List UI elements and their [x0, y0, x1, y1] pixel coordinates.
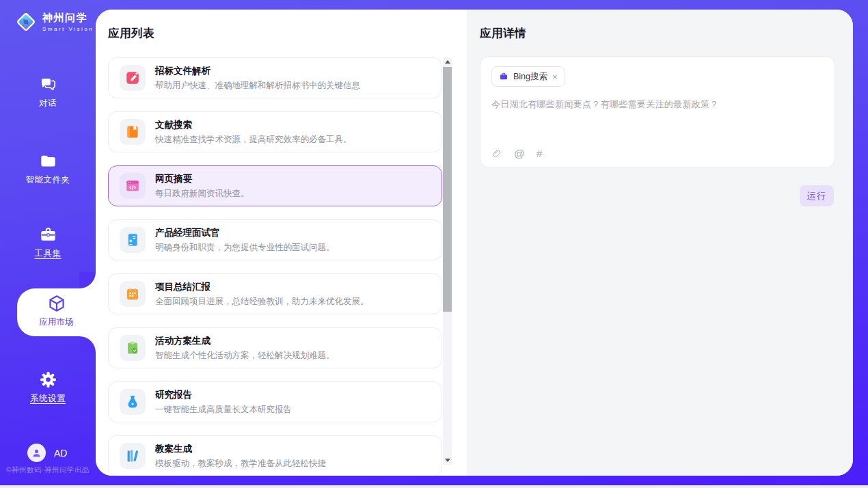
app-card-research-report[interactable]: 研究报告 一键智能生成高质量长文本研究报告	[108, 381, 442, 422]
sidebar-item-label: 智能文件夹	[0, 174, 96, 186]
sidebar-item-label: 系统设置	[0, 393, 96, 405]
user-account[interactable]: AD	[27, 444, 67, 462]
person-icon	[31, 447, 42, 459]
main-content: 应用列表 招标文件解析 帮助用户快速、准确地理解和解析招标书中的关键信息	[96, 10, 853, 476]
app-card-lesson-plan[interactable]: 教案生成 模板驱动，教案秒成，教学准备从此轻松快捷	[108, 435, 442, 476]
prompt-text[interactable]: 今日湖北有哪些新闻要点？有哪些需要关注的最新政策？	[491, 98, 824, 111]
app-card-title: 研究报告	[155, 389, 292, 401]
avatar	[27, 444, 46, 462]
clipboard-check-icon	[120, 335, 146, 361]
sidebar-item-settings[interactable]: 系统设置	[0, 370, 96, 405]
app-card-title: 文献搜索	[155, 119, 352, 131]
toolbox-icon	[39, 226, 57, 244]
gem-logo-icon	[15, 11, 37, 33]
flask-report-icon	[120, 389, 146, 415]
app-card-title: 招标文件解析	[155, 65, 360, 77]
app-card-title: 项目总结汇报	[155, 281, 369, 293]
sidebar-item-label: 应用市场	[17, 316, 96, 328]
tab-notch-top	[79, 272, 96, 288]
app-card-list: 招标文件解析 帮助用户快速、准确地理解和解析招标书中的关键信息 文献搜索 快速精…	[108, 57, 442, 476]
app-card-web-summary[interactable]: 网页摘要 每日政府新闻资讯快查。	[108, 165, 442, 206]
app-card-title: 网页摘要	[155, 173, 249, 185]
scrollbar-thumb[interactable]	[443, 67, 452, 312]
app-card-project-summary[interactable]: 项目总结汇报 全面回顾项目进展，总结经验教训，助力未来优化发展。	[108, 273, 442, 314]
run-button[interactable]: 运行	[800, 185, 834, 206]
app-card-description: 每日政府新闻资讯快查。	[155, 188, 249, 200]
edit-document-icon	[120, 65, 146, 91]
scroll-down-button[interactable]	[443, 456, 452, 465]
close-icon[interactable]: ×	[552, 72, 558, 81]
app-card-description: 智能生成个性化活动方案，轻松解决规划难题。	[155, 350, 335, 362]
prompt-toolbar: @ #	[491, 148, 542, 159]
app-card-pm-interviewer[interactable]: 产品经理面试官 明确身份和职责，为您提供专业性的面试问题。	[108, 219, 442, 260]
app-card-description: 全面回顾项目进展，总结经验教训，助力未来优化发展。	[155, 296, 369, 308]
brand-name: 神州问学	[42, 12, 94, 25]
app-card-description: 一键智能生成高质量长文本研究报告	[155, 404, 292, 416]
tool-chip-bing-search[interactable]: Bing搜索 ×	[491, 66, 565, 87]
sidebar: 神州问学 Smart Vision 对话 智能文件夹 工具集	[0, 0, 96, 488]
app-card-title: 教案生成	[155, 443, 326, 455]
bottom-edge-strip	[0, 485, 868, 488]
app-card-event-plan[interactable]: 活动方案生成 智能生成个性化活动方案，轻松解决规划难题。	[108, 327, 442, 368]
folder-icon	[39, 152, 57, 170]
scroll-up-button[interactable]	[443, 57, 452, 66]
calendar-note-icon	[120, 281, 146, 307]
sidebar-item-smart-folder[interactable]: 智能文件夹	[0, 152, 96, 186]
sidebar-item-label: 工具集	[0, 248, 96, 260]
app-card-description: 快速精准查找学术资源，提高研究效率的必备工具。	[155, 134, 352, 146]
triangle-down-icon	[445, 459, 450, 462]
copyright-text: ©神州数码·神州问学出品	[0, 465, 96, 475]
brand-logo: 神州问学 Smart Vision	[15, 11, 94, 33]
app-card-description: 帮助用户快速、准确地理解和解析招标书中的关键信息	[155, 80, 360, 92]
book-icon	[120, 119, 146, 145]
briefcase-icon	[499, 72, 508, 81]
resume-icon	[120, 227, 146, 253]
cube-icon	[47, 294, 66, 313]
mention-icon[interactable]: @	[514, 148, 525, 159]
tab-notch-bottom	[79, 336, 96, 353]
app-card-title: 产品经理面试官	[155, 227, 335, 239]
chat-icon	[39, 75, 57, 94]
browser-code-icon	[120, 173, 146, 199]
sidebar-item-toolkit[interactable]: 工具集	[0, 226, 96, 260]
gear-icon	[39, 370, 57, 389]
app-detail-panel: 应用详情 Bing搜索 × 今日湖北有哪些新闻要点？有哪些需要关注的最新政策？ …	[467, 10, 853, 476]
app-list-panel: 应用列表 招标文件解析 帮助用户快速、准确地理解和解析招标书中的关键信息	[96, 10, 467, 476]
tool-chip-label: Bing搜索	[513, 71, 547, 83]
books-icon	[120, 443, 146, 469]
app-list-title: 应用列表	[108, 26, 154, 41]
app-card-description: 模板驱动，教案秒成，教学准备从此轻松快捷	[155, 458, 326, 470]
hash-icon[interactable]: #	[537, 148, 543, 159]
app-card-bid-parse[interactable]: 招标文件解析 帮助用户快速、准确地理解和解析招标书中的关键信息	[108, 57, 442, 98]
sidebar-item-label: 对话	[0, 98, 96, 109]
app-card-description: 明确身份和职责，为您提供专业性的面试问题。	[155, 242, 335, 254]
brand-subtitle: Smart Vision	[42, 26, 94, 32]
scrollbar[interactable]	[443, 57, 452, 465]
app-detail-title: 应用详情	[480, 26, 526, 41]
sidebar-item-app-market[interactable]: 应用市场	[17, 294, 96, 328]
triangle-up-icon	[445, 60, 450, 64]
app-card-title: 活动方案生成	[155, 335, 335, 347]
paperclip-icon[interactable]	[491, 148, 502, 159]
app-card-literature-search[interactable]: 文献搜索 快速精准查找学术资源，提高研究效率的必备工具。	[108, 111, 442, 152]
user-name: AD	[54, 448, 67, 459]
prompt-input-area[interactable]: Bing搜索 × 今日湖北有哪些新闻要点？有哪些需要关注的最新政策？ @ #	[480, 56, 835, 168]
sidebar-item-chat[interactable]: 对话	[0, 75, 96, 109]
